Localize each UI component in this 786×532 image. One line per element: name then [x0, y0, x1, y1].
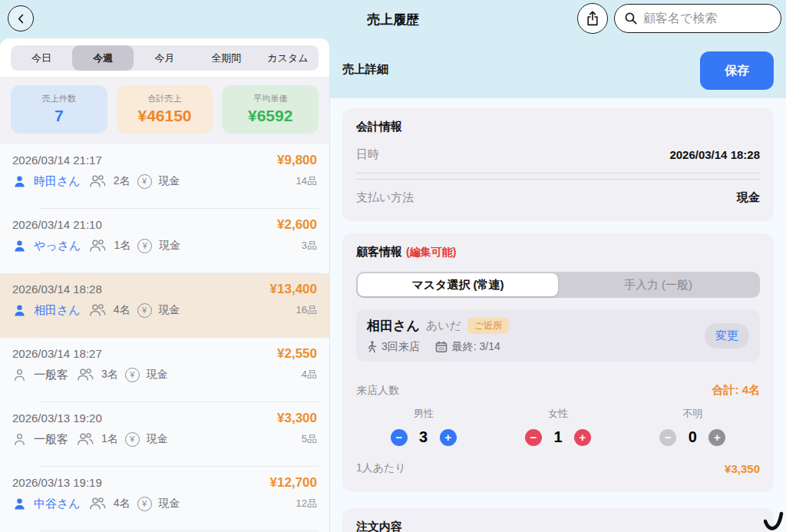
stepper-label: 不明: [626, 407, 760, 421]
customer-info-title-text: 顧客情報: [356, 245, 402, 258]
customer-name: 一般客: [34, 432, 68, 447]
plus-button[interactable]: +: [574, 429, 591, 446]
per-person-value: ¥3,350: [725, 462, 760, 475]
transaction-datetime: 2026/03/14 18:27: [12, 347, 102, 360]
row-divider: [40, 530, 319, 531]
share-icon: [585, 10, 600, 27]
visitor-stepper: 不明 − 0 +: [626, 407, 760, 446]
minus-button[interactable]: −: [525, 429, 542, 446]
transaction-row[interactable]: 2026/03/14 18:28 ¥13,400 相田さん 4名 ¥ 現金 16…: [0, 273, 329, 338]
guests-icon: [75, 367, 94, 382]
payment-method-field[interactable]: 支払い方法 現金: [356, 179, 760, 205]
customer-icon: [12, 303, 27, 318]
customer-summary: 相田さん あいだ ご近所 3回来店: [367, 317, 705, 354]
stepper-value: 3: [418, 428, 429, 446]
payment-icon: ¥: [125, 368, 140, 382]
visitors-total: 合計: 4名: [712, 383, 760, 398]
payment-method: 現金: [159, 497, 180, 511]
filter-2[interactable]: 今月: [134, 45, 195, 71]
transaction-datetime: 2026/03/14 21:10: [12, 218, 102, 231]
visitor-steppers: 男性 − 3 + 女性 − 1 + 不明 − 0 +: [356, 407, 760, 446]
search-box[interactable]: [614, 4, 781, 33]
transaction-list: 2026/03/14 21:17 ¥9,800 時田さん 2名 ¥ 現金 14品…: [0, 144, 329, 531]
transaction-amount: ¥13,400: [270, 282, 317, 297]
payment-method: 現金: [147, 432, 168, 446]
sales-list-panel: 今日今週今月全期間カスタム 売上件数 7 合計売上 ¥46150 平均単価 ¥6…: [0, 38, 330, 532]
item-count: 3品: [302, 239, 317, 253]
stat-value: 7: [14, 107, 104, 125]
visitors-label: 来店人数: [356, 384, 399, 398]
payment-method: 現金: [159, 303, 180, 317]
stat-label: 平均単価: [225, 93, 315, 104]
payment-icon: ¥: [137, 497, 152, 511]
account-info-card: 会計情報 日時 2026/03/14 18:28 支払い方法 現金: [342, 108, 774, 221]
stat-label: 合計売上: [120, 93, 210, 104]
filter-3[interactable]: 全期間: [196, 45, 257, 71]
change-customer-button[interactable]: 変更: [705, 323, 749, 349]
stepper-value: 1: [553, 428, 563, 446]
guests-icon: [75, 431, 94, 447]
filter-0[interactable]: 今日: [11, 45, 72, 71]
search-input[interactable]: [643, 12, 771, 25]
minus-button[interactable]: −: [659, 429, 676, 446]
transaction-row[interactable]: 2026/03/13 19:19 ¥12,700 中谷さん 4名 ¥ 現金 12…: [0, 467, 329, 531]
pen-stroke-mark: [764, 509, 784, 532]
detail-title: 売上詳細: [342, 62, 388, 77]
minus-button[interactable]: −: [391, 429, 408, 446]
customer-info-title: 顧客情報(編集可能): [356, 245, 760, 259]
field-value: 2026/03/14 18:28: [669, 148, 760, 161]
guests-icon: [88, 173, 107, 189]
transaction-row[interactable]: 2026/03/14 18:27 ¥2,550 一般客 3名 ¥ 現金 4品: [0, 338, 329, 402]
stepper-value: 0: [687, 428, 698, 446]
filter-1[interactable]: 今週: [72, 45, 134, 71]
guests-icon: [88, 238, 107, 253]
transaction-datetime: 2026/03/14 21:17: [12, 154, 102, 167]
stepper-label: 男性: [356, 407, 490, 421]
order-contents-card: 注文内容: [342, 508, 774, 532]
stats-band: 売上件数 7 合計売上 ¥46150 平均単価 ¥6592: [0, 77, 329, 144]
account-info-title: 会計情報: [356, 120, 760, 134]
datetime-field[interactable]: 日時 2026/03/14 18:28: [356, 147, 760, 173]
customer-name: 中谷さん: [34, 497, 81, 511]
customer-name: やっさん: [34, 239, 81, 253]
stat-label: 売上件数: [14, 93, 104, 104]
customer-icon: [12, 497, 27, 511]
transaction-row[interactable]: 2026/03/13 19:20 ¥3,300 一般客 1名 ¥ 現金 5品: [0, 402, 329, 467]
top-header: 売上履歴: [0, 0, 786, 38]
visit-count: 3回来店: [381, 340, 420, 354]
filter-4[interactable]: カスタム: [257, 45, 319, 71]
guest-count: 1名: [101, 432, 118, 446]
item-count: 4品: [302, 368, 317, 382]
guest-count: 2名: [114, 174, 130, 188]
search-icon: [624, 12, 638, 25]
plus-button[interactable]: +: [440, 429, 457, 446]
calendar-icon: [435, 341, 447, 353]
item-count: 5品: [302, 432, 317, 446]
guests-icon: [88, 496, 107, 511]
payment-method: 現金: [147, 368, 168, 382]
transaction-amount: ¥2,550: [277, 346, 317, 362]
payment-icon: ¥: [137, 303, 152, 318]
tab-1[interactable]: 手入力 (一般): [558, 273, 758, 296]
guest-count: 3名: [101, 368, 118, 382]
detail-header: 売上詳細 保存: [330, 38, 786, 98]
customer-name: 相田さん: [367, 317, 420, 335]
stat-card-total: 合計売上 ¥46150: [117, 85, 213, 134]
customer-name: 相田さん: [34, 303, 81, 318]
save-button[interactable]: 保存: [700, 51, 774, 90]
item-count: 12品: [296, 497, 317, 511]
customer-icon: [12, 174, 27, 189]
transaction-row[interactable]: 2026/03/14 21:17 ¥9,800 時田さん 2名 ¥ 現金 14品: [0, 144, 329, 209]
visitor-stepper: 女性 − 1 +: [490, 407, 625, 446]
customer-mode-tabs: マスタ選択 (常連)手入力 (一般): [356, 272, 760, 298]
tab-0[interactable]: マスタ選択 (常連): [358, 273, 558, 296]
plus-button[interactable]: +: [708, 429, 725, 446]
selected-customer-chip: 相田さん あいだ ご近所 3回来店: [356, 309, 760, 362]
customer-icon: [12, 432, 27, 447]
stat-value: ¥6592: [225, 107, 315, 125]
detail-body: 会計情報 日時 2026/03/14 18:28 支払い方法 現金 顧客情報(編…: [330, 98, 786, 532]
share-button[interactable]: [577, 3, 608, 34]
customer-name: 一般客: [34, 368, 68, 382]
field-label: 日時: [356, 147, 379, 162]
transaction-row[interactable]: 2026/03/14 21:10 ¥2,600 やっさん 1名 ¥ 現金 3品: [0, 209, 329, 273]
